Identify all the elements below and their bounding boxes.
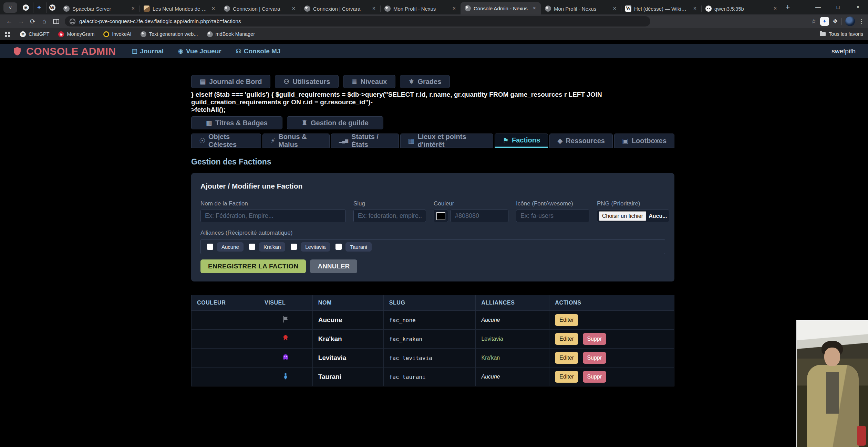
tab-factions[interactable]: ⚑ Factions [495, 134, 548, 148]
tab-close-icon[interactable]: × [210, 6, 216, 12]
browser-tab[interactable]: Mon Profil - Nexus × [380, 3, 461, 14]
bookmark-item[interactable]: ◉ MoneyGram [58, 31, 94, 37]
alliances-label: Alliances (Réciprocité automatique) [200, 230, 665, 236]
form-actions: ENREGISTRER LA FACTION ANNULER [200, 259, 665, 276]
delete-button[interactable]: Suppr [583, 371, 607, 383]
window-close-button[interactable]: × [848, 0, 868, 14]
faction-name-input[interactable] [200, 210, 346, 222]
edit-button[interactable]: Editer [555, 333, 578, 345]
pinned-tab-wordpress[interactable]: W [46, 2, 58, 13]
browser-tab[interactable]: Connexion | Corvara × [220, 3, 300, 14]
tab-close-icon[interactable]: × [612, 6, 618, 12]
delete-button[interactable]: Suppr [583, 333, 607, 345]
faction-slug-input[interactable] [353, 210, 426, 222]
ghost-icon [282, 353, 289, 361]
checkbox-aucune[interactable] [207, 244, 213, 250]
browser-menu-icon[interactable]: ⋮ [858, 18, 865, 25]
color-hex-input[interactable] [451, 210, 508, 222]
pinned-tab-openai[interactable]: ✾ [20, 2, 32, 13]
bookmark-item[interactable]: ✾ ChatGPT [20, 31, 49, 37]
apps-grid-icon[interactable] [5, 32, 10, 37]
bookmark-item[interactable]: InvokeAI [103, 31, 131, 37]
extensions-puzzle-icon[interactable]: ❖ [833, 18, 838, 25]
niveaux-button[interactable]: ≣ Niveaux [343, 75, 395, 88]
cancel-button[interactable]: ANNULER [310, 259, 357, 273]
browser-tab[interactable]: qwen3.5:35b × [701, 3, 782, 14]
maximize-button[interactable]: □ [828, 0, 848, 14]
bookmark-star-icon[interactable]: ☆ [811, 18, 817, 25]
browser-tab-strip: ˅ ✾ ✦ W Spacebar Server × Les Neuf Monde… [0, 0, 868, 14]
tab-close-icon[interactable]: × [451, 6, 457, 12]
edit-button[interactable]: Editer [555, 314, 578, 326]
nav-journal[interactable]: ▤ Journal [132, 47, 164, 55]
delete-button[interactable]: Suppr [583, 352, 607, 364]
new-tab-button[interactable]: + [782, 1, 794, 13]
utilisateurs-button[interactable]: ⚇ Utilisateurs [275, 75, 339, 88]
tab-close-icon[interactable]: × [130, 6, 136, 12]
tab-objets-celestes[interactable]: ☉ Objets Célestes [191, 134, 261, 148]
edit-button[interactable]: Editer [555, 371, 578, 383]
browser-tab[interactable]: Spacebar Server × [59, 3, 140, 14]
browser-window: ˅ ✾ ✦ W Spacebar Server × Les Neuf Monde… [0, 0, 868, 447]
bookmarks-divider [15, 31, 15, 37]
site-info-icon[interactable] [70, 19, 75, 24]
back-button[interactable]: ← [3, 15, 15, 27]
tab-close-icon[interactable]: × [291, 6, 297, 12]
file-input[interactable]: Choisir un fichier Aucu...hoisi [597, 210, 669, 222]
save-faction-button[interactable]: ENREGISTRER LA FACTION [200, 259, 306, 273]
tab-statuts-etats[interactable]: ▂▄▆ Statuts / États [331, 134, 399, 148]
bookmark-item[interactable]: mdBook Manager [207, 31, 255, 37]
browser-tab[interactable]: W Hel (déesse) — Wikipédia × [621, 3, 701, 14]
openai-icon: ✾ [23, 4, 29, 11]
nav-vue-joueur[interactable]: ◉ Vue Joueur [178, 47, 221, 55]
brand[interactable]: CONSOLE ADMIN [12, 45, 116, 57]
url-text[interactable]: galactic-pve-conquest-c7fe.dev.flatlogic… [79, 18, 241, 24]
faction-icon-input[interactable] [516, 210, 589, 222]
all-favorites-button[interactable]: Tous les favoris [820, 31, 863, 37]
bolt-icon: ⚡ [270, 137, 275, 145]
tab-lieux-poi[interactable]: ▦ Lieux et points d'intérêt [400, 134, 493, 148]
gestion-guilde-button[interactable]: ♜ Gestion de guilde [287, 116, 383, 129]
journal-de-bord-button[interactable]: ▤ Journal de Bord [191, 75, 270, 88]
tab-ressources[interactable]: ◆ Ressources [549, 134, 613, 148]
profile-avatar[interactable] [845, 17, 855, 26]
extension-icon[interactable]: ✦ [820, 17, 829, 26]
tab-search-button[interactable]: ˅ [3, 2, 17, 13]
globe-favicon-icon [224, 6, 230, 12]
checkbox-krakan[interactable] [249, 244, 255, 250]
grades-button[interactable]: ⚜ Grades [400, 75, 450, 88]
quick-buttons-row: ▤ Journal de Bord ⚇ Utilisateurs ≣ Nivea… [191, 75, 674, 88]
field-png: PNG (Prioritaire) Choisir un fichier Auc… [597, 200, 669, 222]
factions-table: COULEUR VISUEL NOM SLUG ALLIANCES ACTION… [191, 295, 674, 386]
browser-tab[interactable]: Connexion | Corvara × [300, 3, 380, 14]
tab-close-icon[interactable]: × [531, 5, 537, 11]
forward-button[interactable]: → [15, 15, 27, 27]
pinned-tab-gemini[interactable]: ✦ [33, 2, 45, 13]
checkbox-taurani[interactable] [335, 244, 342, 250]
checkbox-levitavia[interactable] [291, 244, 297, 250]
color-picker[interactable] [434, 210, 448, 222]
reload-button[interactable]: ⟳ [27, 15, 39, 27]
image-favicon-icon [144, 6, 150, 12]
tab-lootboxes[interactable]: ▣ Lootboxes [614, 134, 674, 148]
titres-badges-button[interactable]: ▥ Titres & Badges [191, 116, 282, 129]
tab-bonus-malus[interactable]: ⚡ Bonus & Malus [262, 134, 330, 148]
browser-tab[interactable]: Mon Profil - Nexus × [541, 3, 621, 14]
nav-console-mj[interactable]: ☊ Console MJ [236, 47, 281, 55]
tab-close-icon[interactable]: × [692, 6, 698, 12]
tab-close-icon[interactable]: × [371, 6, 377, 12]
site-header: CONSOLE ADMIN ▤ Journal ◉ Vue Joueur ☊ C… [0, 44, 868, 58]
address-bar[interactable]: galactic-pve-conquest-c7fe.dev.flatlogic… [65, 16, 650, 26]
edit-button[interactable]: Editer [555, 352, 578, 364]
home-button[interactable]: ⌂ [39, 15, 50, 27]
minimize-button[interactable]: — [808, 0, 828, 14]
pip-video-overlay[interactable] [796, 320, 868, 447]
tab-close-icon[interactable]: × [772, 6, 778, 12]
bookmark-item[interactable]: Text generation web... [141, 31, 198, 37]
browser-tab-active[interactable]: Console Admin - Nexus × [461, 2, 541, 14]
globe-favicon-icon [304, 6, 310, 12]
book-icon: ▤ [200, 78, 206, 85]
browser-tab[interactable]: Les Neuf Mondes de la Mythol... × [140, 3, 220, 14]
split-screen-button[interactable] [50, 15, 62, 27]
choose-file-button[interactable]: Choisir un fichier [599, 211, 646, 221]
